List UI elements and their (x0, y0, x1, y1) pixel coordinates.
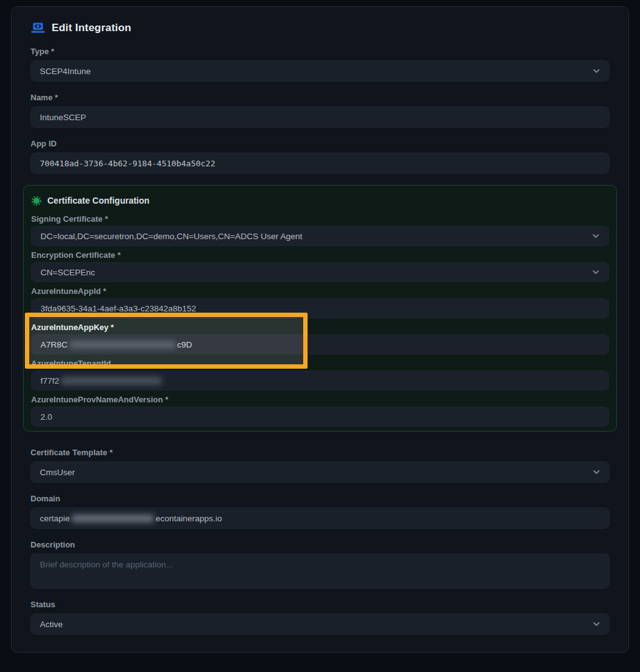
certificate-configuration-title: Certificate Configuration (47, 196, 149, 206)
certificate-configuration-section: Certificate Configuration Signing Certif… (23, 185, 617, 432)
app-id-label: App ID (31, 139, 609, 149)
app-id-field-group: App ID 700418ad-3736-4b62-9184-4510b4a50… (31, 139, 609, 174)
chevron-down-icon (592, 234, 600, 239)
azure-intune-app-id-value: 3fda9635-34a1-4aef-a3a3-c23842a8b152 (40, 304, 196, 313)
azure-intune-tenant-id-prefix: f77f2 (40, 376, 59, 386)
description-label: Description (31, 540, 609, 550)
domain-field-group: Domain certapie econtainerapps.io (31, 494, 609, 529)
certificate-template-select[interactable]: CmsUser (31, 461, 609, 483)
azure-intune-app-id-label: AzureIntuneAppId * (31, 286, 609, 296)
certificate-template-label: Certificate Template * (31, 448, 609, 458)
chevron-down-icon (593, 622, 600, 627)
redacted-tenant-id-blur (61, 377, 162, 385)
certificate-template-field-group: Certificate Template * CmsUser (31, 448, 609, 483)
azure-intune-prov-value: 2.0 (40, 412, 52, 422)
redacted-app-key-blur (70, 341, 176, 349)
redacted-domain-blur (72, 514, 154, 523)
dialog-title: Edit Integration (52, 22, 131, 34)
signing-certificate-select[interactable]: DC=local,DC=securetron,DC=demo,CN=Users,… (31, 226, 609, 246)
status-label: Status (31, 600, 609, 610)
domain-input[interactable]: certapie econtainerapps.io (31, 508, 609, 529)
chevron-down-icon (592, 270, 600, 275)
azure-intune-prov-field-group: AzureIntuneProvNameAndVersion * 2.0 (31, 395, 609, 427)
type-select-value: SCEP4Intune (40, 67, 91, 76)
type-field-group: Type * SCEP4Intune (31, 47, 609, 82)
type-select[interactable]: SCEP4Intune (31, 60, 609, 82)
certificate-seal-icon (31, 196, 42, 206)
azure-intune-app-key-prefix: A7R8C (40, 340, 68, 349)
domain-prefix: certapie (40, 514, 70, 523)
laptop-code-icon (31, 22, 45, 34)
encryption-certificate-select[interactable]: CN=SCEPEnc (31, 262, 609, 282)
azure-intune-prov-label: AzureIntuneProvNameAndVersion * (31, 395, 609, 405)
azure-intune-app-id-input[interactable]: 3fda9635-34a1-4aef-a3a3-c23842a8b152 (31, 298, 609, 318)
azure-intune-tenant-id-label: AzureIntuneTenantId (31, 359, 609, 369)
azure-intune-app-id-field-group: AzureIntuneAppId * 3fda9635-34a1-4aef-a3… (31, 286, 609, 318)
azure-intune-app-key-field-group: AzureIntuneAppKey * A7R8C c9D (31, 323, 609, 354)
name-input-value: IntuneSCEP (40, 113, 86, 122)
app-id-input-value: 700418ad-3736-4b62-9184-4510b4a50c22 (40, 159, 215, 168)
signing-certificate-value: DC=local,DC=securetron,DC=demo,CN=Users,… (40, 232, 303, 241)
chevron-down-icon (593, 470, 600, 475)
name-input[interactable]: IntuneSCEP (31, 106, 609, 128)
type-label: Type * (31, 47, 609, 57)
azure-intune-app-key-input[interactable]: A7R8C c9D (31, 334, 609, 354)
azure-intune-app-key-label: AzureIntuneAppKey * (31, 323, 609, 333)
azure-intune-tenant-id-field-group: AzureIntuneTenantId f77f2 (31, 359, 609, 390)
encryption-certificate-value: CN=SCEPEnc (40, 268, 95, 277)
azure-intune-prov-input[interactable]: 2.0 (31, 407, 609, 427)
domain-suffix: econtainerapps.io (156, 514, 222, 523)
status-select-value: Active (40, 620, 63, 629)
signing-certificate-field-group: Signing Certificate * DC=local,DC=secure… (31, 214, 609, 246)
name-label: Name * (31, 93, 609, 103)
signing-certificate-label: Signing Certificate * (31, 214, 609, 224)
description-field-group: Description (31, 540, 609, 589)
azure-intune-app-key-suffix: c9D (177, 340, 192, 349)
domain-label: Domain (31, 494, 609, 504)
azure-intune-tenant-id-input[interactable]: f77f2 (31, 371, 609, 390)
edit-integration-dialog: Edit Integration Type * SCEP4Intune Name… (11, 6, 629, 653)
app-id-input[interactable]: 700418ad-3736-4b62-9184-4510b4a50c22 (31, 153, 609, 174)
encryption-certificate-field-group: Encryption Certificate * CN=SCEPEnc (31, 250, 609, 282)
dialog-header: Edit Integration (31, 21, 609, 35)
name-field-group: Name * IntuneSCEP (31, 93, 609, 128)
certificate-template-value: CmsUser (40, 468, 75, 477)
chevron-down-icon (593, 69, 600, 73)
description-textarea[interactable] (31, 554, 609, 589)
encryption-certificate-label: Encryption Certificate * (31, 250, 609, 260)
certificate-configuration-header: Certificate Configuration (31, 194, 609, 207)
status-select[interactable]: Active (31, 613, 609, 635)
status-field-group: Status Active (31, 600, 609, 635)
